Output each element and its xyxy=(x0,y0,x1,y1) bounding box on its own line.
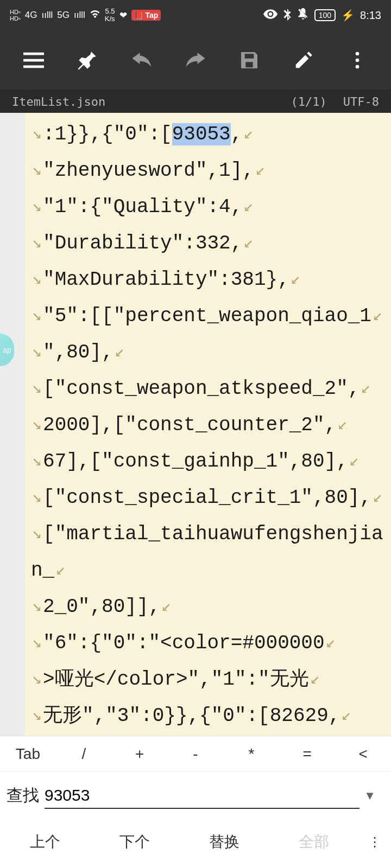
battery-indicator: 100 xyxy=(314,9,336,21)
code-content[interactable]: ↘:1}},{"0":[93053,↙ ↘"zhenyuesword",1],↙… xyxy=(24,113,391,736)
menu-icon[interactable] xyxy=(22,49,45,72)
save-icon[interactable] xyxy=(238,49,261,72)
search-more-icon[interactable]: ⋮ xyxy=(358,834,391,850)
file-info-bar: ItemList.json (1/1) UTF-8 xyxy=(0,90,391,113)
edit-icon[interactable] xyxy=(292,49,315,72)
network-speed: 5.5 K/s xyxy=(105,8,115,23)
tap-badge: 📕 Tap xyxy=(131,10,161,21)
search-highlight: 93053 xyxy=(172,123,231,145)
status-bar: HD▫HD▫ 4G ıılll 5G ıılll 5.5 K/s ❤ 📕 Tap… xyxy=(0,0,391,30)
status-right: 100 ⚡ 8:13 xyxy=(263,8,381,23)
toolbar xyxy=(0,30,391,90)
redo-icon[interactable] xyxy=(184,49,207,72)
eye-icon xyxy=(263,9,278,22)
prev-button[interactable]: 上个 xyxy=(0,822,90,862)
dropdown-icon[interactable]: ▼ xyxy=(360,789,380,803)
svg-point-1 xyxy=(356,59,360,62)
shortcut-keys: Tab / + - * = < xyxy=(0,736,391,771)
key-equals[interactable]: = xyxy=(279,737,335,771)
key-lt[interactable]: < xyxy=(335,737,391,771)
next-button[interactable]: 下个 xyxy=(90,822,179,862)
key-slash[interactable]: / xyxy=(56,737,112,771)
key-star[interactable]: * xyxy=(223,737,279,771)
search-label: 查找 xyxy=(7,784,39,807)
search-buttons: 上个 下个 替换 全部 ⋮ xyxy=(0,819,391,868)
search-bar: 查找 ▼ xyxy=(0,771,391,819)
pin-icon[interactable] xyxy=(76,49,99,72)
wifi-icon xyxy=(90,10,100,21)
undo-icon[interactable] xyxy=(130,49,153,72)
svg-point-2 xyxy=(356,65,360,69)
signal-bars-icon: ıılll xyxy=(74,10,85,21)
signal-5g: 5G xyxy=(57,10,70,21)
bluetooth-icon xyxy=(283,8,292,23)
editor[interactable]: ↘:1}},{"0":[93053,↙ ↘"zhenyuesword",1],↙… xyxy=(0,113,391,736)
clock-time: 8:13 xyxy=(360,9,381,22)
replace-button[interactable]: 替换 xyxy=(179,822,269,862)
signal-bars-icon: ıılll xyxy=(41,10,53,21)
all-button[interactable]: 全部 xyxy=(269,822,358,862)
key-minus[interactable]: - xyxy=(168,737,224,771)
file-name: ItemList.json xyxy=(12,95,105,108)
search-input[interactable] xyxy=(45,786,360,805)
charging-icon: ⚡ xyxy=(341,9,355,22)
signal-4g: 4G xyxy=(25,10,37,21)
key-plus[interactable]: + xyxy=(112,737,168,771)
file-position: (1/1) xyxy=(291,95,327,108)
mute-icon xyxy=(297,8,309,23)
heart-icon: ❤ xyxy=(119,10,127,21)
more-icon[interactable] xyxy=(346,49,369,72)
file-encoding: UTF-8 xyxy=(343,95,379,108)
line-gutter xyxy=(0,113,24,736)
key-tab[interactable]: Tab xyxy=(0,737,56,771)
svg-point-0 xyxy=(356,52,360,56)
hd-badge: HD▫HD▫ xyxy=(10,9,21,22)
status-left: HD▫HD▫ 4G ıılll 5G ıılll 5.5 K/s ❤ 📕 Tap xyxy=(10,8,161,23)
